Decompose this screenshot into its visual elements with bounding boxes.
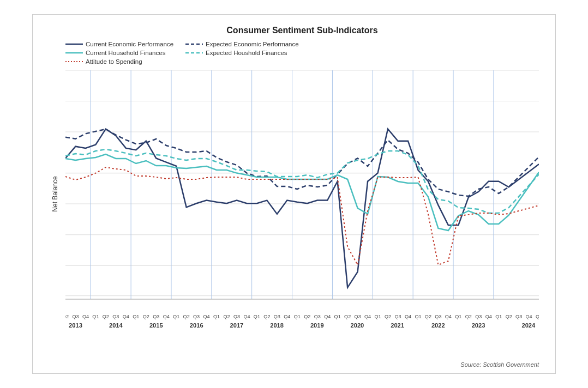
svg-text:Q3: Q3 — [112, 314, 119, 319]
svg-text:Q2: Q2 — [183, 314, 190, 319]
source-text: Source: Scottish Government — [460, 361, 539, 368]
svg-text:Q3: Q3 — [153, 314, 159, 319]
legend: Current Economic Performance Expected Ec… — [65, 41, 539, 66]
svg-text:Q3: Q3 — [274, 314, 280, 319]
svg-text:Q2: Q2 — [506, 314, 512, 319]
svg-text:Q2: Q2 — [65, 314, 69, 319]
svg-text:Q2: Q2 — [385, 314, 391, 319]
legend-item-chf: Current Household Finances — [65, 50, 175, 56]
svg-text:Q3: Q3 — [193, 314, 200, 319]
svg-text:Q4: Q4 — [405, 314, 411, 319]
chart-container: Consumer Sentiment Sub-Indicators Curren… — [32, 14, 556, 374]
svg-text:Q4: Q4 — [324, 314, 331, 319]
svg-text:Q4: Q4 — [163, 314, 170, 319]
svg-text:Q1: Q1 — [415, 314, 421, 319]
legend-label-chf: Current Household Finances — [86, 50, 165, 56]
line-chf — [65, 154, 539, 231]
svg-text:Q3: Q3 — [435, 314, 441, 319]
svg-text:Q3: Q3 — [355, 314, 361, 319]
legend-item-eep: Expected Economic Performance — [185, 41, 299, 47]
svg-text:Q2: Q2 — [223, 314, 230, 319]
legend-item-ehf: Expected Houshold Finances — [185, 50, 295, 56]
svg-text:Q4: Q4 — [203, 314, 210, 319]
svg-text:Q3: Q3 — [394, 314, 401, 319]
legend-item-ats: Attitude to Spending — [65, 58, 175, 65]
svg-text:2013: 2013 — [69, 322, 82, 329]
legend-label-cep: Current Economic Performance — [86, 41, 173, 47]
chart-title: Consumer Sentiment Sub-Indicators — [65, 26, 539, 35]
svg-text:Q2: Q2 — [465, 314, 472, 319]
svg-text:Q1: Q1 — [495, 314, 502, 319]
svg-rect-5 — [65, 70, 539, 310]
svg-text:Q2: Q2 — [536, 314, 539, 319]
svg-text:Q4: Q4 — [364, 314, 371, 319]
legend-item-cep: Current Economic Performance — [65, 41, 175, 47]
svg-text:Q2: Q2 — [263, 314, 270, 319]
chart-svg: 60 40 20 0 -20 -40 -60 -80 Q2 Q3 Q4 Q1 Q… — [65, 70, 539, 337]
svg-text:Q1: Q1 — [254, 314, 260, 319]
svg-text:2014: 2014 — [109, 322, 123, 329]
svg-text:Q1: Q1 — [92, 314, 99, 319]
svg-text:Q1: Q1 — [375, 314, 381, 319]
svg-text:Q1: Q1 — [133, 314, 139, 319]
svg-text:Q2: Q2 — [344, 314, 351, 319]
svg-text:2021: 2021 — [391, 322, 404, 329]
svg-text:Q1: Q1 — [173, 314, 179, 319]
svg-text:Q4: Q4 — [82, 314, 89, 319]
svg-text:Q3: Q3 — [515, 314, 522, 319]
svg-text:2022: 2022 — [431, 322, 445, 329]
svg-text:Q1: Q1 — [213, 314, 220, 319]
svg-text:Q2: Q2 — [425, 314, 431, 319]
x-axis: Q2 Q3 Q4 Q1 Q2 Q3 Q4 Q1 Q2 Q3 Q4 Q1 Q2 Q… — [65, 314, 539, 329]
svg-text:2024: 2024 — [521, 322, 536, 329]
legend-label-ehf: Expected Houshold Finances — [206, 50, 287, 56]
svg-text:Q1: Q1 — [294, 314, 301, 319]
svg-text:Q2: Q2 — [143, 314, 149, 319]
line-ats — [65, 167, 539, 265]
svg-text:Q2: Q2 — [103, 314, 109, 319]
svg-text:2023: 2023 — [472, 322, 485, 329]
y-axis-label: Net Balance — [51, 176, 59, 211]
svg-text:Q4: Q4 — [123, 314, 129, 319]
svg-text:Q4: Q4 — [485, 314, 492, 319]
svg-text:2016: 2016 — [190, 322, 203, 329]
svg-text:Q4: Q4 — [445, 314, 452, 319]
svg-text:2017: 2017 — [230, 322, 244, 329]
svg-text:Q3: Q3 — [72, 314, 79, 319]
legend-label-eep: Expected Economic Performance — [206, 41, 299, 47]
svg-text:Q4: Q4 — [284, 314, 290, 319]
svg-text:Q4: Q4 — [526, 314, 532, 319]
legend-label-ats: Attitude to Spending — [86, 58, 142, 65]
svg-text:Q4: Q4 — [243, 314, 250, 319]
svg-text:Q2: Q2 — [304, 314, 310, 319]
svg-text:Q3: Q3 — [233, 314, 240, 319]
svg-text:2020: 2020 — [351, 322, 364, 329]
svg-text:Q1: Q1 — [334, 314, 341, 319]
svg-text:2018: 2018 — [270, 322, 284, 329]
svg-text:2015: 2015 — [149, 322, 163, 329]
svg-text:2019: 2019 — [310, 322, 324, 329]
svg-text:Q3: Q3 — [314, 314, 321, 319]
svg-text:Q3: Q3 — [475, 314, 482, 319]
line-ehf — [65, 149, 539, 213]
svg-text:Q1: Q1 — [455, 314, 461, 319]
y-gridlines — [65, 70, 539, 296]
